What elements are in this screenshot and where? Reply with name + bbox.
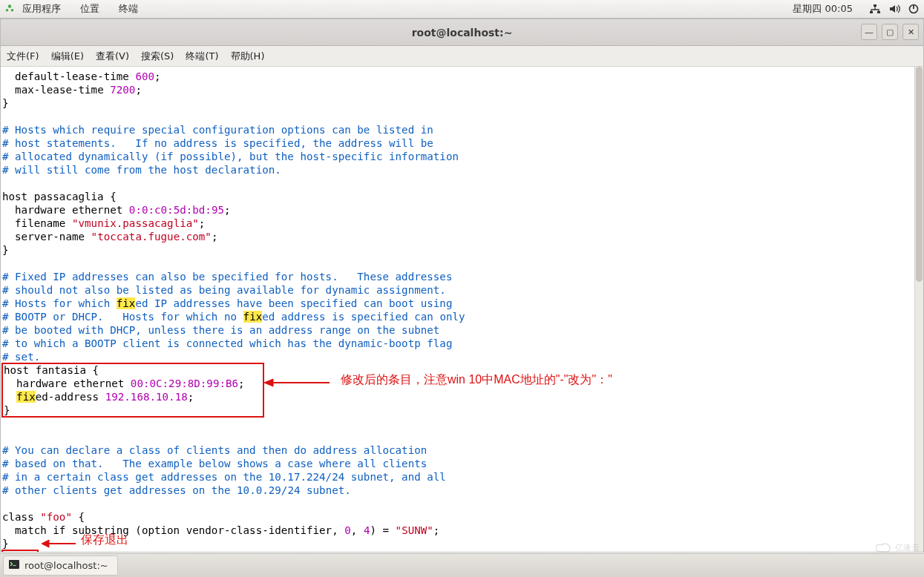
menu-terminal[interactable]: 终端(T) — [186, 50, 218, 63]
terminal-icon — [8, 558, 20, 573]
annotation-text-2: 保存退出 — [81, 533, 128, 547]
svg-point-2 — [11, 9, 14, 12]
terminal-viewport[interactable]: default-lease-time 600; max-lease-time 7… — [1, 67, 923, 552]
menu-edit[interactable]: 编辑(E) — [51, 50, 84, 63]
svg-marker-9 — [264, 379, 273, 386]
gnome-top-panel: 应用程序 位置 终端 星期四 00:05 — [0, 0, 924, 19]
menu-view[interactable]: 查看(V) — [96, 50, 129, 63]
network-icon[interactable] — [869, 3, 881, 15]
window-title: root@localhost:~ — [412, 27, 513, 39]
panel-applications[interactable]: 应用程序 — [19, 1, 64, 17]
host-fantasia-block: host fantasia { hardware ethernet 00:0C:… — [2, 363, 263, 417]
window-controls: — ▢ ✕ — [861, 24, 919, 40]
terminal-content: default-lease-time 600; max-lease-time 7… — [2, 70, 922, 552]
taskbar-item-label: root@localhost:~ — [24, 560, 108, 571]
annotation-arrow-1 — [264, 377, 331, 389]
panel-clock[interactable]: 星期四 00:05 — [790, 1, 856, 17]
svg-point-1 — [6, 9, 9, 12]
panel-terminal[interactable]: 终端 — [116, 1, 141, 17]
vim-command-box: :wq — [2, 550, 38, 552]
svg-point-0 — [8, 4, 11, 7]
system-tray — [869, 3, 920, 15]
svg-rect-5 — [874, 4, 877, 7]
source-watermark: 亿速云 — [876, 542, 920, 553]
volume-icon[interactable] — [888, 3, 900, 15]
gnome-logo-icon — [4, 4, 15, 14]
scrollbar-thumb[interactable] — [916, 67, 923, 282]
taskbar-item-terminal[interactable]: root@localhost:~ — [3, 555, 118, 576]
annotation-text-1: 修改后的条目，注意win 10中MAC地址的"-"改为"：" — [341, 373, 612, 386]
annotation-arrow-2 — [42, 538, 77, 549]
terminal-scrollbar[interactable] — [914, 67, 923, 552]
gnome-bottom-panel: root@localhost:~ — [0, 553, 924, 577]
terminal-menubar: 文件(F) 编辑(E) 查看(V) 搜索(S) 终端(T) 帮助(H) — [1, 46, 923, 67]
panel-places[interactable]: 位置 — [77, 1, 102, 17]
svg-marker-11 — [42, 540, 49, 547]
menu-file[interactable]: 文件(F) — [7, 50, 39, 63]
svg-rect-12 — [9, 560, 19, 569]
svg-rect-3 — [870, 11, 873, 13]
close-button[interactable]: ✕ — [902, 24, 919, 40]
terminal-window: root@localhost:~ — ▢ ✕ 文件(F) 编辑(E) 查看(V)… — [0, 19, 924, 553]
maximize-button[interactable]: ▢ — [882, 24, 898, 40]
menu-help[interactable]: 帮助(H) — [231, 50, 265, 63]
menu-search[interactable]: 搜索(S) — [141, 50, 174, 63]
window-titlebar[interactable]: root@localhost:~ — ▢ ✕ — [1, 19, 923, 46]
power-icon[interactable] — [908, 3, 920, 15]
minimize-button[interactable]: — — [861, 24, 877, 40]
svg-rect-4 — [877, 11, 880, 13]
